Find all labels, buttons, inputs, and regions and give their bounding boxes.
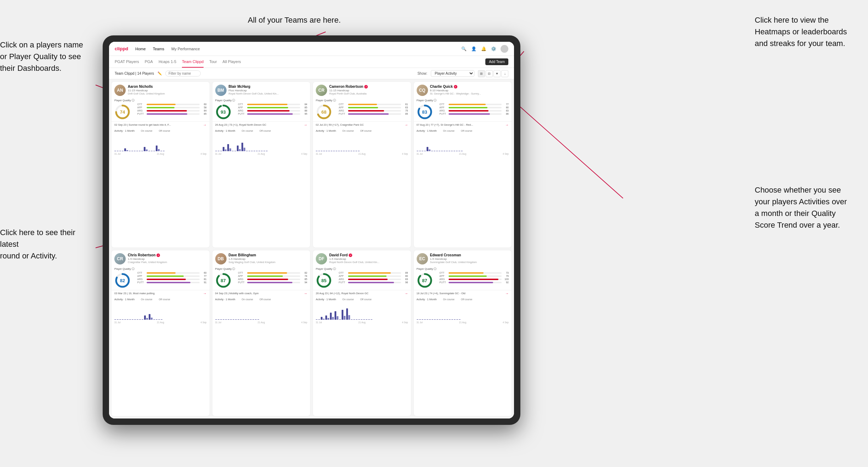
bell-icon[interactable]: 🔔 (481, 46, 486, 52)
stat-value: 80 (402, 275, 408, 277)
latest-round[interactable]: 18 Jul 23 | 74 (+4), Sunningdale GC - Ol… (414, 290, 512, 296)
stat-label: APP (339, 275, 347, 277)
player-name[interactable]: Chris Robertson ✓ (128, 253, 207, 257)
chart-date: 21 Aug (358, 153, 365, 155)
latest-round[interactable]: 02 Sep 23 | Sunrise round to get back in… (112, 121, 210, 128)
donut-chart[interactable]: 87 (417, 272, 433, 289)
nav-home[interactable]: Home (135, 47, 145, 51)
chart-date: 31 Jul (417, 321, 423, 324)
subnav-tour[interactable]: Tour (209, 56, 217, 68)
subnav-pgat[interactable]: PGAT Players (115, 56, 139, 68)
stats-container: OTT 73 APP 79 ARG 103 PUTT 92 (439, 272, 509, 284)
stats-container: OTT 77 APP 80 ARG 83 PUTT 86 (439, 103, 509, 116)
activity-title: Activity · 1 Month (417, 298, 437, 301)
stat-bar (247, 272, 287, 274)
stat-label: APP (137, 275, 145, 277)
latest-round[interactable]: 02 Jul 23 | 59 (+17), Craigmillar Park G… (313, 121, 411, 128)
activity-section: Activity · 1 Month On course Off course … (112, 128, 210, 247)
stat-label: OTT (238, 272, 246, 274)
chart-date: 21 Aug (459, 321, 466, 324)
chart-labels: 31 Jul21 Aug4 Sep (114, 321, 207, 324)
settings-icon[interactable]: ⚙️ (491, 46, 496, 52)
player-name[interactable]: Dave Billingham (229, 253, 308, 257)
stat-bar-bg (449, 113, 502, 115)
donut-chart[interactable]: 74 (114, 104, 131, 120)
latest-round[interactable]: 07 Aug 23 | 77 (+7), St George's Hill GC… (414, 121, 512, 128)
stat-value: 85 (201, 113, 207, 115)
edit-icon[interactable]: ✏️ (158, 72, 162, 75)
stat-value: 85 (302, 106, 307, 109)
stat-value: 81 (201, 278, 207, 280)
subnav-hcaps[interactable]: Hcaps 1-5 (159, 56, 176, 68)
stat-bar (449, 279, 498, 280)
player-info: Aaron Nicholls 11-15 Handicap Drift Golf… (128, 85, 207, 95)
subnav-team-clippd[interactable]: Team Clippd (182, 56, 204, 68)
donut-chart[interactable]: 85 (316, 272, 332, 289)
stat-value: 94 (302, 281, 307, 284)
nav-my-performance[interactable]: My Performance (171, 47, 200, 51)
player-club: Craigmillar Park, United Kingdom (128, 261, 207, 264)
chart-labels: 31 Jul21 Aug4 Sep (215, 321, 308, 324)
stat-row: PUTT 85 (137, 113, 207, 115)
add-team-button[interactable]: Add Team (485, 58, 508, 65)
stat-bar-bg (348, 279, 401, 280)
latest-round[interactable]: 26 Aug 23 | 73 (+1), Royal North Devon G… (212, 121, 310, 128)
player-club: Royal North Devon Golf Club, United Kin.… (229, 92, 308, 95)
latest-round[interactable]: 26 Aug 23 | 84 (+12), Royal North Devon … (313, 290, 411, 296)
verified-icon: ✓ (454, 85, 457, 89)
player-avatar-img: CR (114, 253, 126, 264)
player-name[interactable]: Cameron Robertson ✓ (329, 85, 408, 89)
off-course-label: Off course (360, 130, 371, 132)
latest-round[interactable]: 04 Sep 23 | Mobility with coach, Gym → (212, 290, 310, 296)
ipad-frame: clippd Home Teams My Performance 🔍 👤 🔔 ⚙… (103, 35, 520, 425)
subnav-pga[interactable]: PGA (145, 56, 153, 68)
person-icon[interactable]: 👤 (471, 46, 476, 52)
stat-row: PUTT 86 (439, 113, 509, 115)
show-select[interactable]: Player Activity Quality Score Trend (431, 70, 474, 77)
stat-label: PUTT (339, 113, 347, 115)
stat-label: OTT (439, 272, 447, 274)
stat-row: APP 80 (439, 106, 509, 109)
player-name[interactable]: Aaron Nicholls (128, 85, 207, 89)
stat-row: OTT 60 (137, 272, 207, 274)
round-arrow: → (405, 291, 408, 295)
nav-icons: 🔍 👤 🔔 ⚙️ (461, 45, 508, 53)
stat-label: PUTT (137, 113, 145, 115)
stat-row: ARG 83 (339, 278, 408, 280)
latest-round[interactable]: 03 Mar 23 | 19, Must make putting → (112, 290, 210, 296)
player-name[interactable]: Charlie Quick ✓ (430, 85, 509, 89)
stats-container: OTT 61 APP 63 ARG 75 PUTT 85 (339, 103, 408, 116)
filter-input[interactable] (165, 70, 201, 76)
view-grid-2[interactable]: ⊞ (478, 70, 485, 77)
donut-chart[interactable]: 82 (114, 272, 131, 289)
search-icon[interactable]: 🔍 (461, 46, 467, 52)
stat-bar (449, 272, 484, 274)
view-settings[interactable]: ⟂ (501, 70, 508, 77)
stat-bar (247, 113, 293, 115)
player-name[interactable]: Blair McHarg (229, 85, 308, 89)
donut-chart[interactable]: 68 (316, 104, 332, 120)
stat-bar (247, 107, 288, 108)
player-name[interactable]: David Ford ✓ (329, 253, 408, 257)
stat-bar-bg (449, 275, 502, 277)
player-name[interactable]: Edward Crossman (430, 253, 509, 257)
user-avatar[interactable] (501, 45, 508, 53)
nav-teams[interactable]: Teams (153, 47, 164, 51)
stat-bar (348, 104, 377, 105)
stat-bar (147, 275, 184, 277)
donut-chart[interactable]: 83 (417, 104, 433, 120)
donut-chart[interactable]: 87 (215, 272, 232, 289)
activity-section: Activity · 1 Month On course Off course … (212, 296, 310, 416)
stat-bar (147, 272, 176, 274)
player-avatar-img: EC (417, 253, 428, 264)
off-course-dot (356, 130, 358, 132)
donut-chart[interactable]: 93 (215, 104, 232, 120)
view-grid-4[interactable]: ⊟ (486, 70, 493, 77)
view-filter[interactable]: ▼ (493, 70, 501, 77)
player-avatar-img: BM (215, 85, 227, 96)
stat-bar-bg (247, 282, 300, 283)
stat-bar (247, 104, 287, 105)
stat-row: PUTT 95 (238, 113, 307, 115)
subnav-all-players[interactable]: All Players (223, 56, 241, 68)
player-card-2: CR Cameron Robertson ✓ 11-15 Handicap Ro… (313, 81, 411, 248)
